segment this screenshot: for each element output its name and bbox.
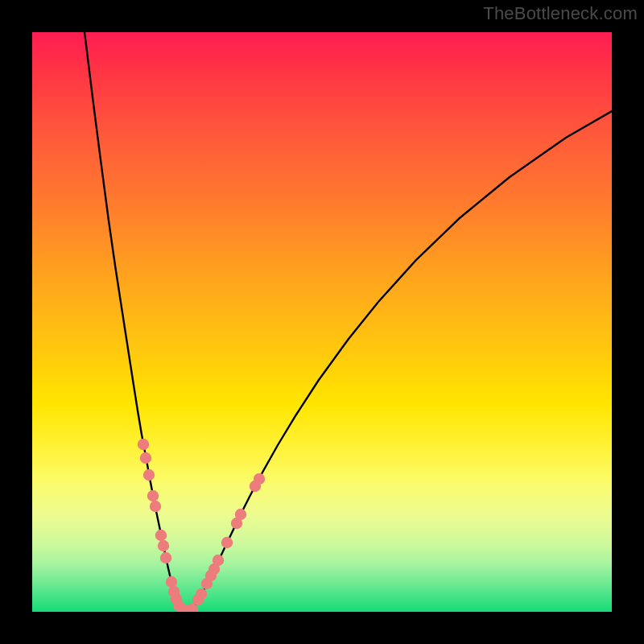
marker-dot [254,473,265,485]
marker-dot [147,490,159,502]
marker-dot [196,588,207,600]
marker-dot [166,576,177,588]
marker-dot [235,509,246,520]
curve-left [85,32,184,610]
curve-right [192,111,612,610]
marker-dot [150,501,161,512]
chart-frame: TheBottleneck.com [0,0,644,644]
marker-dot [160,552,171,564]
marker-dot [140,452,151,464]
marker-dot [221,537,233,548]
marker-dot [213,555,224,566]
markers-group [138,439,265,612]
marker-dot [138,439,149,450]
marker-dot [143,469,155,481]
plot-area [32,32,612,612]
watermark-text: TheBottleneck.com [483,3,638,24]
chart-svg [32,32,612,612]
series-group [85,32,612,610]
marker-dot [155,530,167,541]
marker-dot [158,540,169,551]
